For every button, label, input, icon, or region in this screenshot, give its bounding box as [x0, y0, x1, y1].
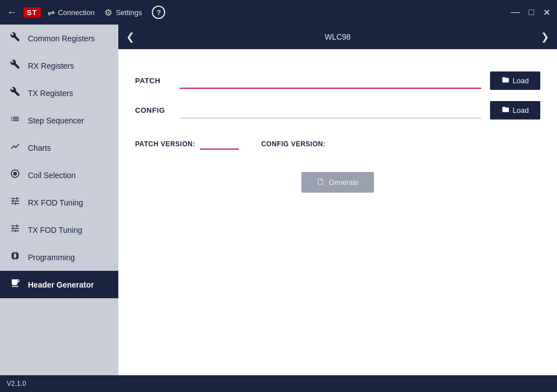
sidebar-item-label: Coil Selection: [28, 171, 76, 180]
config-version-group: CONFIG VERSION:: [261, 138, 369, 150]
folder-icon: [502, 76, 510, 85]
content-topbar: ❮ WLC98 ❯: [118, 25, 557, 49]
connection-nav-item[interactable]: ⇌ Connection: [47, 7, 95, 18]
settings-nav-item[interactable]: ⚙ Settings: [104, 7, 142, 18]
config-version-value: [330, 138, 369, 150]
patch-label: PATCH: [135, 77, 180, 85]
st-logo: ST: [23, 7, 41, 18]
sliders-icon-tx: [9, 223, 21, 236]
sidebar-item-label: RX Registers: [28, 61, 74, 70]
titlebar: ← ST ⇌ Connection ⚙ Settings ? — □ ✕: [0, 0, 557, 25]
close-button[interactable]: ✕: [543, 7, 550, 18]
sidebar-item-rx-registers[interactable]: RX Registers: [0, 52, 118, 79]
sidebar-item-tx-fod-tuning[interactable]: TX FOD Tuning: [0, 216, 118, 243]
sidebar-item-label: RX FOD Tuning: [28, 198, 83, 207]
main-layout: Common Registers RX Registers TX Registe…: [0, 25, 557, 375]
titlebar-controls: — □ ✕: [511, 7, 550, 18]
titlebar-nav: ⇌ Connection ⚙ Settings ?: [47, 6, 166, 19]
maximize-button[interactable]: □: [529, 7, 534, 17]
sidebar-item-rx-fod-tuning[interactable]: RX FOD Tuning: [0, 189, 118, 216]
page-title: WLC98: [325, 32, 351, 41]
sidebar-item-label: TX FOD Tuning: [28, 226, 82, 235]
content-body: PATCH Load CONFIG Load: [118, 49, 557, 375]
help-button[interactable]: ?: [152, 6, 165, 19]
patch-input[interactable]: [180, 73, 481, 89]
folder-icon-config: [502, 106, 510, 115]
patch-version-group: PATCH VERSION:: [135, 138, 239, 150]
config-row: CONFIG Load: [135, 101, 540, 119]
sidebar-item-label: Header Generator: [28, 280, 94, 289]
sidebar-item-label: TX Registers: [28, 89, 73, 98]
sidebar-item-label: Common Registers: [28, 34, 95, 43]
version-row: PATCH VERSION: CONFIG VERSION:: [135, 138, 540, 150]
patch-row: PATCH Load: [135, 71, 540, 90]
config-label: CONFIG: [135, 106, 180, 114]
connection-label: Connection: [58, 8, 95, 17]
load-config-button[interactable]: Load: [490, 101, 540, 119]
config-input[interactable]: [180, 103, 481, 118]
chart-icon: [9, 141, 21, 154]
statusbar: V2.1.0: [0, 375, 557, 392]
load-patch-label: Load: [513, 77, 529, 85]
prev-button[interactable]: ❮: [126, 31, 135, 43]
list-icon: [9, 114, 21, 127]
sidebar-item-charts[interactable]: Charts: [0, 134, 118, 161]
generate-button[interactable]: Generate: [301, 172, 374, 193]
wrench-icon-rx: [9, 59, 21, 72]
sidebar-item-label: Charts: [28, 144, 51, 152]
generate-label: Generate: [329, 178, 359, 187]
chip-icon: [9, 251, 21, 264]
header-icon: [9, 278, 21, 291]
sidebar-item-tx-registers[interactable]: TX Registers: [0, 79, 118, 107]
load-patch-button[interactable]: Load: [490, 71, 540, 90]
sidebar-item-label: Programming: [28, 253, 75, 262]
settings-icon: ⚙: [104, 7, 112, 18]
titlebar-left: ← ST ⇌ Connection ⚙ Settings ?: [7, 6, 165, 19]
settings-label: Settings: [116, 8, 142, 17]
target-icon: [9, 169, 21, 181]
sidebar: Common Registers RX Registers TX Registe…: [0, 25, 118, 375]
sidebar-item-label: Step Sequencer: [28, 116, 84, 125]
sidebar-item-step-sequencer[interactable]: Step Sequencer: [0, 107, 118, 134]
patch-version-label: PATCH VERSION:: [135, 140, 195, 148]
sidebar-item-header-generator[interactable]: Header Generator: [0, 271, 118, 298]
load-config-label: Load: [513, 106, 529, 114]
connection-icon: ⇌: [47, 7, 55, 18]
minimize-button[interactable]: —: [511, 7, 520, 17]
sidebar-item-common-registers[interactable]: Common Registers: [0, 25, 118, 52]
sliders-icon-rx: [9, 196, 21, 209]
sidebar-item-programming[interactable]: Programming: [0, 243, 118, 271]
file-icon: [316, 178, 324, 187]
version-label: V2.1.0: [7, 380, 26, 388]
content-area: ❮ WLC98 ❯ PATCH Load CONFIG: [118, 25, 557, 375]
wrench-icon-tx: [9, 87, 21, 99]
next-button[interactable]: ❯: [541, 31, 549, 43]
patch-version-value: [200, 138, 239, 150]
back-button[interactable]: ←: [7, 7, 17, 18]
wrench-icon: [9, 32, 21, 45]
generate-row: Generate: [135, 172, 540, 193]
sidebar-item-coil-selection[interactable]: Coil Selection: [0, 161, 118, 189]
config-version-label: CONFIG VERSION:: [261, 140, 326, 148]
